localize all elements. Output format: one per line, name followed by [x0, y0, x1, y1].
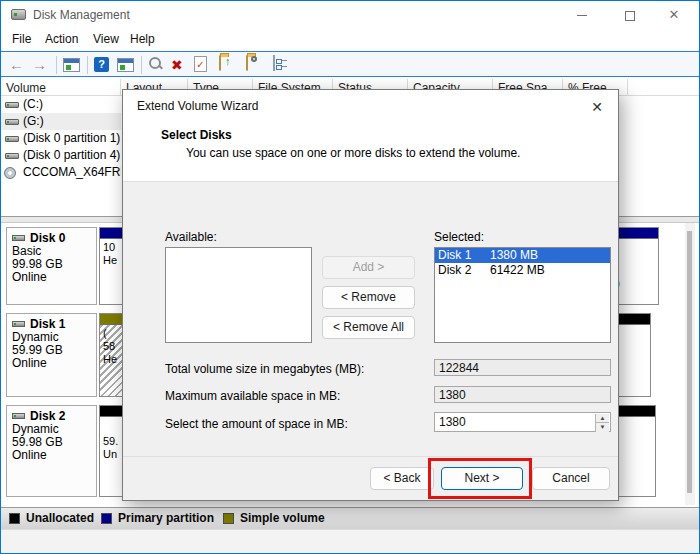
disk-name: Disk 2: [30, 409, 65, 423]
drive-icon: [5, 153, 19, 159]
title-bar: Disk Management ✕: [1, 1, 699, 29]
volume-row-cccoma[interactable]: CCCOMA_X64FRE...: [1, 164, 121, 181]
spinner-down-icon[interactable]: ▼: [595, 423, 609, 432]
back-icon[interactable]: ←: [9, 56, 24, 74]
simple-volume-swatch: [223, 513, 234, 524]
cancel-button[interactable]: Cancel: [532, 467, 610, 490]
amount-spinner[interactable]: ▲ ▼: [595, 414, 609, 432]
disk2-label-panel[interactable]: Disk 2 Dynamic 59.98 GB Online: [6, 405, 97, 497]
volume-label: (G:): [23, 114, 44, 128]
dialog-separator: [123, 456, 618, 457]
menu-file[interactable]: File: [12, 32, 31, 46]
action-pane-icon[interactable]: [117, 58, 134, 72]
menu-action[interactable]: Action: [45, 32, 78, 46]
max-space-label: Maximum available space in MB:: [165, 389, 340, 403]
forward-icon[interactable]: →: [32, 56, 47, 74]
selected-item-disk2[interactable]: Disk 261422 MB: [435, 263, 610, 278]
available-listbox[interactable]: [165, 247, 312, 343]
selected-listbox[interactable]: Disk 11380 MB Disk 261422 MB: [434, 247, 611, 343]
disk-status: Online: [12, 449, 96, 462]
drive-icon: [5, 136, 19, 142]
max-space-field: 1380: [434, 386, 611, 403]
status-strip: [1, 529, 699, 554]
check-document-icon[interactable]: ✓: [194, 56, 207, 72]
disk-name: Disk 1: [30, 317, 65, 331]
back-button[interactable]: < Back: [370, 467, 434, 490]
unallocated-swatch: [9, 513, 20, 524]
dialog-heading: Select Disks: [161, 128, 232, 142]
menu-view[interactable]: View: [93, 32, 119, 46]
disk-name: Disk 0: [30, 231, 65, 245]
annotation-highlight-box: [428, 458, 532, 499]
selected-item-disk1[interactable]: Disk 11380 MB: [435, 248, 610, 263]
disk-management-window: Disk Management ✕ File Action View Help …: [0, 0, 700, 554]
disk-icon: [12, 321, 25, 327]
amount-label: Select the amount of space in MB:: [165, 417, 348, 431]
col-filler: [628, 79, 700, 96]
vertical-scrollbar[interactable]: [685, 223, 695, 505]
volume-row-g[interactable]: (G:): [1, 113, 121, 130]
menu-bar: File Action View Help: [1, 29, 699, 51]
disk1-label-panel[interactable]: Disk 1 Dynamic 59.99 GB Online: [6, 313, 97, 397]
delete-volume-icon[interactable]: ✖: [171, 56, 183, 74]
selected-label: Selected:: [434, 230, 484, 244]
help-icon[interactable]: ?: [94, 57, 109, 72]
close-button[interactable]: ✕: [657, 1, 691, 29]
console-window-icon[interactable]: [63, 58, 80, 72]
disk-status: Online: [12, 357, 96, 370]
dialog-subtitle: You can use space on one or more disks t…: [186, 146, 520, 160]
total-size-field: 122844: [434, 359, 611, 376]
remove-all-button[interactable]: < Remove All: [322, 316, 415, 339]
dialog-close-icon[interactable]: ✕: [586, 96, 608, 118]
maximize-button[interactable]: [613, 1, 647, 29]
volume-row-part4[interactable]: (Disk 0 partition 4): [1, 147, 121, 164]
volume-label: (Disk 0 partition 1): [23, 131, 120, 145]
disk0-label-panel[interactable]: Disk 0 Basic 99.98 GB Online: [6, 227, 97, 305]
scrollbar-thumb[interactable]: [687, 231, 692, 493]
drive-icon: [5, 119, 19, 125]
volume-row-c[interactable]: (C:): [1, 96, 121, 113]
window-title: Disk Management: [33, 8, 130, 22]
col-volume[interactable]: Volume: [1, 79, 121, 96]
amount-field[interactable]: 1380 ▲ ▼: [434, 412, 611, 432]
disk-status: Online: [12, 271, 96, 284]
total-size-label: Total volume size in megabytes (MB):: [165, 362, 364, 376]
extend-volume-wizard-dialog: Extend Volume Wizard ✕ Select Disks You …: [122, 89, 619, 501]
folder-search-icon[interactable]: [246, 55, 248, 71]
disk-icon: [12, 413, 25, 419]
primary-partition-swatch: [101, 513, 112, 524]
volume-label: (C:): [23, 97, 43, 111]
legend-primary-partition: Primary partition: [101, 512, 214, 526]
volume-label: CCCOMA_X64FRE...: [23, 165, 121, 179]
spinner-up-icon[interactable]: ▲: [595, 414, 609, 423]
add-button[interactable]: Add >: [322, 256, 415, 279]
dialog-title: Extend Volume Wizard: [137, 99, 258, 113]
dialog-header: Extend Volume Wizard ✕ Select Disks You …: [123, 90, 618, 182]
menu-help[interactable]: Help: [130, 32, 155, 46]
disc-icon: [4, 167, 16, 179]
legend-unallocated: Unallocated: [9, 512, 94, 526]
remove-button[interactable]: < Remove: [322, 286, 415, 309]
volume-row-part1[interactable]: (Disk 0 partition 1): [1, 130, 121, 147]
app-icon: [11, 9, 26, 20]
volume-list: (C:) (G:) (Disk 0 partition 1) (Disk 0 p…: [1, 96, 121, 216]
disk-icon: [12, 235, 25, 241]
toolbar: ← → ? ✖ ✓ ↑: [1, 51, 699, 77]
volume-label: (Disk 0 partition 4): [23, 148, 120, 162]
drive-icon: [5, 102, 19, 108]
minimize-button[interactable]: [565, 1, 599, 29]
properties-icon[interactable]: [273, 55, 275, 71]
legend-simple-volume: Simple volume: [223, 512, 325, 526]
folder-up-icon[interactable]: ↑: [219, 55, 221, 71]
available-label: Available:: [165, 230, 217, 244]
legend-bar: Unallocated Primary partition Simple vol…: [1, 507, 699, 529]
